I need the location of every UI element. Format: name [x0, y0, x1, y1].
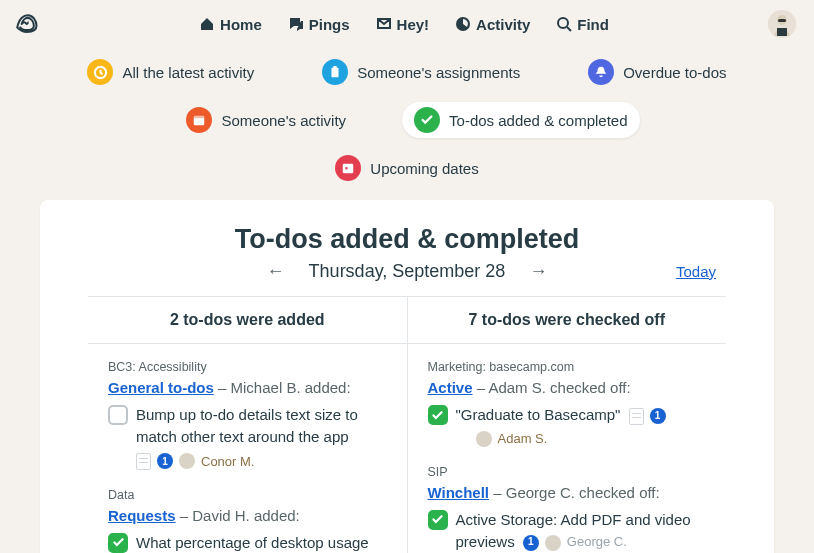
todo-group: SIP Winchell – George C. checked off: Ac…	[428, 465, 707, 553]
filter-someone-activity[interactable]: Someone's activity	[174, 102, 358, 138]
calendar-icon	[335, 155, 361, 181]
nav-find[interactable]: Find	[556, 16, 609, 33]
checkbox-unchecked[interactable]	[108, 405, 128, 425]
nav-label: Hey!	[397, 16, 430, 33]
bell-icon	[588, 59, 614, 85]
assignee-avatar[interactable]	[545, 535, 561, 551]
list-header: General to-dos – Michael B. added:	[108, 377, 387, 398]
todo-group: BC3: Accessibility General to-dos – Mich…	[108, 360, 387, 470]
notes-icon[interactable]	[136, 453, 151, 470]
page-title: To-dos added & completed	[40, 224, 774, 255]
checkbox-checked[interactable]	[108, 533, 128, 553]
hey-icon	[376, 16, 392, 32]
nav-pings[interactable]: Pings	[288, 16, 350, 33]
clipboard-icon	[322, 59, 348, 85]
comment-count-badge[interactable]: 1	[157, 453, 173, 469]
check-icon	[414, 107, 440, 133]
filter-latest-activity[interactable]: All the latest activity	[75, 54, 266, 90]
svg-rect-8	[333, 66, 337, 69]
svg-rect-5	[777, 28, 787, 36]
list-link[interactable]: General to-dos	[108, 379, 214, 396]
filter-label: To-dos added & completed	[449, 112, 627, 129]
nav-label: Pings	[309, 16, 350, 33]
user-avatar[interactable]	[768, 10, 796, 38]
todo-text[interactable]: "Graduate to Basecamp" 1	[456, 404, 707, 426]
list-header: Active – Adam S. checked off:	[428, 377, 707, 398]
added-heading: 2 to-dos were added	[88, 311, 407, 344]
list-header: Requests – David H. added:	[108, 505, 387, 526]
logo-icon[interactable]	[12, 10, 40, 38]
filter-assignments[interactable]: Someone's assignments	[310, 54, 532, 90]
svg-rect-4	[778, 19, 786, 22]
home-icon	[199, 16, 215, 32]
breadcrumb: Marketing: basecamp.com	[428, 360, 707, 374]
filter-label: All the latest activity	[122, 64, 254, 81]
nav-home[interactable]: Home	[199, 16, 262, 33]
breadcrumb: SIP	[428, 465, 707, 479]
filter-label: Upcoming dates	[370, 160, 478, 177]
today-link[interactable]: Today	[676, 263, 716, 280]
search-icon	[556, 16, 572, 32]
svg-point-1	[558, 18, 568, 28]
activity-filters: All the latest activity Someone's assign…	[0, 48, 814, 200]
list-link[interactable]: Active	[428, 379, 473, 396]
assignee-name: George C.	[567, 533, 627, 552]
todo-group: Data Requests – David H. added: What per…	[108, 488, 387, 554]
author-text: – George C. checked off:	[489, 484, 660, 501]
todo-item: Bump up to-do details text size to match…	[108, 404, 387, 448]
svg-rect-11	[343, 164, 354, 174]
date-navigation: ← Thursday, September 28 →	[263, 261, 552, 282]
nav-label: Activity	[476, 16, 530, 33]
activity-icon	[455, 16, 471, 32]
todo-item: "Graduate to Basecamp" 1	[428, 404, 707, 426]
next-day-button[interactable]: →	[525, 261, 551, 282]
nav-activity[interactable]: Activity	[455, 16, 530, 33]
list-link[interactable]: Winchell	[428, 484, 490, 501]
comment-count-badge[interactable]: 1	[650, 408, 666, 424]
filter-upcoming[interactable]: Upcoming dates	[323, 150, 490, 186]
list-link[interactable]: Requests	[108, 507, 176, 524]
completed-heading: 7 to-dos were checked off	[408, 311, 727, 344]
content-card: To-dos added & completed ← Thursday, Sep…	[40, 200, 774, 553]
todo-item: Active Storage: Add PDF and video previe…	[428, 509, 707, 553]
prev-day-button[interactable]: ←	[263, 261, 289, 282]
breadcrumb: BC3: Accessibility	[108, 360, 387, 374]
checkbox-checked[interactable]	[428, 405, 448, 425]
author-text: – David H. added:	[176, 507, 300, 524]
todo-group: Marketing: basecamp.com Active – Adam S.…	[428, 360, 707, 447]
completed-column: 7 to-dos were checked off Marketing: bas…	[407, 297, 727, 553]
calendar-icon	[186, 107, 212, 133]
assignee-name: Adam S.	[498, 431, 548, 446]
svg-rect-10	[194, 116, 205, 119]
assignee-avatar[interactable]	[179, 453, 195, 469]
nav-label: Find	[577, 16, 609, 33]
checkbox-checked[interactable]	[428, 510, 448, 530]
filter-label: Someone's assignments	[357, 64, 520, 81]
svg-rect-12	[346, 167, 348, 169]
comment-count-badge[interactable]: 1	[523, 535, 539, 551]
notes-icon[interactable]	[629, 408, 644, 425]
filter-label: Overdue to-dos	[623, 64, 726, 81]
clock-icon	[87, 59, 113, 85]
todo-meta: 1 Conor M.	[136, 453, 387, 470]
filter-overdue[interactable]: Overdue to-dos	[576, 54, 738, 90]
todo-item: What percentage of desktop usage flows t…	[108, 532, 387, 554]
list-header: Winchell – George C. checked off:	[428, 482, 707, 503]
pings-icon	[288, 16, 304, 32]
assignee-name: Conor M.	[201, 454, 254, 469]
filter-label: Someone's activity	[221, 112, 346, 129]
todo-text[interactable]: Bump up to-do details text size to match…	[136, 404, 387, 448]
nav-hey[interactable]: Hey!	[376, 16, 430, 33]
current-date: Thursday, September 28	[309, 261, 506, 282]
filter-todos-added-completed[interactable]: To-dos added & completed	[402, 102, 639, 138]
todo-text[interactable]: What percentage of desktop usage flows t…	[136, 532, 387, 554]
todo-meta: Adam S.	[476, 431, 707, 447]
author-text: – Michael B. added:	[214, 379, 351, 396]
assignee-avatar[interactable]	[476, 431, 492, 447]
top-nav: Home Pings Hey! Activity Find	[40, 16, 768, 33]
breadcrumb: Data	[108, 488, 387, 502]
added-column: 2 to-dos were added BC3: Accessibility G…	[88, 297, 407, 553]
todo-text[interactable]: Active Storage: Add PDF and video previe…	[456, 509, 707, 553]
nav-label: Home	[220, 16, 262, 33]
author-text: – Adam S. checked off:	[473, 379, 631, 396]
